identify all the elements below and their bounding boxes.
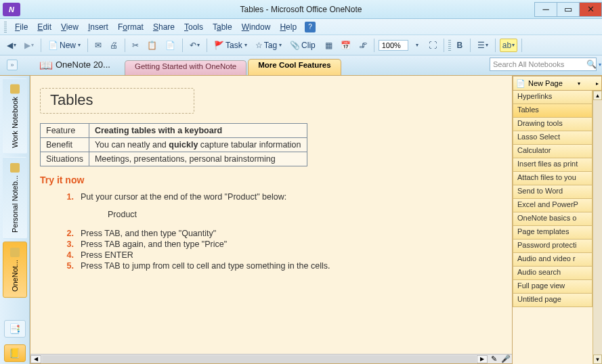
new-button[interactable]: 📄New▾ [45,39,83,52]
page-list-item[interactable]: Password protecti [513,240,593,253]
product-text[interactable]: Product [108,210,502,219]
attach-button[interactable]: 🖇 [356,39,370,52]
step-text: Press ENTER [81,250,133,260]
menu-help[interactable]: Help [276,21,301,33]
page-list-item[interactable]: Audio and video r [513,253,593,267]
search-icon[interactable]: 🔍 [586,60,597,69]
task-button[interactable]: 🚩Task▾ [211,39,250,52]
menu-window[interactable]: Window [238,21,275,33]
page-title: Tables [50,91,184,109]
menu-view[interactable]: View [57,21,83,33]
page-list-item[interactable]: Untitled page [513,294,593,307]
toolbar: ◀▾ ▶▾ 📄New▾ ✉ 🖨 ✂ 📋 📄 ↶▾ 🚩Task▾ ☆Tag▾ 📎C… [0,35,602,55]
page-list-item[interactable]: Page templates [513,226,593,240]
menu-format[interactable]: Format [114,21,148,33]
print-button[interactable]: 🖨 [107,39,121,52]
menu-edit[interactable]: Edit [33,21,56,33]
notebook-personal[interactable]: Personal Noteb... [3,157,27,239]
notebook-work[interactable]: Work Notebook [3,78,27,154]
scroll-right-button[interactable]: ▶ [477,355,488,363]
forward-button[interactable]: ▶▾ [22,39,37,52]
help-icon[interactable]: ? [305,22,316,32]
highlight-button[interactable]: ab▾ [500,39,517,52]
menu-tools[interactable]: Tools [180,21,207,33]
expand-nav-button[interactable]: » [7,60,18,70]
bold-button[interactable]: B [454,39,466,52]
new-page-icon: 📄 [516,79,525,88]
date-button[interactable]: 📅 [338,39,353,52]
pagelist-scrollbar[interactable]: ▲ ▼ [593,91,602,364]
search-box[interactable]: 🔍 ▾ [490,58,597,71]
page-list-item[interactable]: Excel and PowerP [513,199,593,212]
step-text: Press TAB to jump from cell to cell and … [81,261,330,271]
page-list-item[interactable]: Lasso Select [513,131,593,145]
notebook-title[interactable]: OneNote 20... [56,60,110,70]
horizontal-scrollbar[interactable]: ◀ ▶ ✎ 🎤 [30,354,512,363]
grip-icon [4,22,7,32]
menu-share[interactable]: Share [149,21,179,33]
pen-mode-button[interactable]: ✎ [488,355,500,363]
page-list-item[interactable]: Tables [513,104,593,118]
zoom-dropdown[interactable]: ▾ [411,39,423,52]
page-list-item[interactable]: Full page view [513,280,593,294]
notebook-icon: 📖 [39,59,53,72]
steps-list: 1.Put your cursor at the end of the word… [59,192,502,202]
titlebar: N Tables - Microsoft Office OneNote ─ ▭ … [0,0,602,19]
step-text: Put your cursor at the end of the word "… [81,192,286,202]
back-button[interactable]: ◀▾ [4,39,19,52]
tab-more-cool-features[interactable]: More Cool Features [248,59,341,75]
unfiled-notes-button[interactable]: 📑 [4,320,26,338]
close-button[interactable]: ✕ [579,2,602,17]
table-row: Benefit You can neatly and quickly captu… [41,138,307,152]
try-it-heading: Try it now [40,175,502,185]
list-button[interactable]: ☰▾ [475,39,491,52]
scroll-down-button[interactable]: ▼ [593,355,602,364]
mail-button[interactable]: ✉ [92,39,104,52]
grip-icon [448,40,451,51]
page-list-item[interactable]: Audio search [513,267,593,280]
search-scope-dropdown[interactable]: ▾ [599,62,601,68]
tab-getting-started[interactable]: Getting Started with OneNote [125,60,246,75]
notebook-bar: Work Notebook Personal Noteb... OneNot..… [0,76,30,364]
maximize-button[interactable]: ▭ [557,2,580,17]
scroll-up-button[interactable]: ▲ [593,91,602,100]
table-row: Feature Creating tables with a keyboard [41,124,307,138]
minimize-button[interactable]: ─ [534,2,557,17]
page-list-item[interactable]: Calculator [513,145,593,158]
new-page-dropdown[interactable]: ▾ [578,81,580,87]
menu-insert[interactable]: Insert [84,21,112,33]
fullpage-button[interactable]: ⛶ [426,39,439,52]
page-list-item[interactable]: Attach files to you [513,172,593,185]
page-list-item[interactable]: Send to Word [513,185,593,199]
window-title: Tables - Microsoft Office OneNote [0,5,602,14]
table-row: Situations Meetings, presentations, pers… [41,152,307,166]
page-list-pane: 📄 New Page ▾ ▸ HyperlinksTablesDrawing t… [513,76,602,364]
page-list-item[interactable]: Drawing tools [513,118,593,131]
notebook-onenote[interactable]: OneNot... [3,242,27,298]
page-list-item[interactable]: Insert files as print [513,158,593,172]
page-title-container[interactable]: Tables [40,88,194,114]
paste-button[interactable]: 📄 [163,39,178,52]
clip-button[interactable]: 📎Clip [287,39,320,52]
all-notebooks-button[interactable]: 📒 [4,344,26,362]
mic-button[interactable]: 🎤 [500,355,512,363]
search-input[interactable] [493,60,586,68]
new-page-button[interactable]: 📄 New Page ▾ ▸ [513,76,602,91]
menu-file[interactable]: File [11,21,32,33]
page-list-item[interactable]: OneNote basics o [513,212,593,226]
page-canvas[interactable]: Tables Feature Creating tables with a ke… [30,76,513,364]
page-list-item[interactable]: Hyperlinks [513,91,593,104]
scroll-left-button[interactable]: ◀ [30,355,41,363]
step-text: Press TAB again, and then type "Price" [81,240,227,249]
menu-table[interactable]: Table [209,21,236,33]
zoom-input[interactable] [379,40,408,51]
info-table[interactable]: Feature Creating tables with a keyboard … [40,123,307,166]
section-tab-row: » 📖 OneNote 20... Getting Started with O… [0,55,602,76]
tag-button[interactable]: ☆Tag▾ [253,39,284,52]
table-button[interactable]: ▦ [322,39,335,52]
new-page-more[interactable]: ▸ [596,81,599,87]
cut-button[interactable]: ✂ [129,39,142,52]
undo-button[interactable]: ↶▾ [187,39,202,52]
copy-button[interactable]: 📋 [144,39,160,52]
scroll-thumb[interactable] [42,355,476,363]
